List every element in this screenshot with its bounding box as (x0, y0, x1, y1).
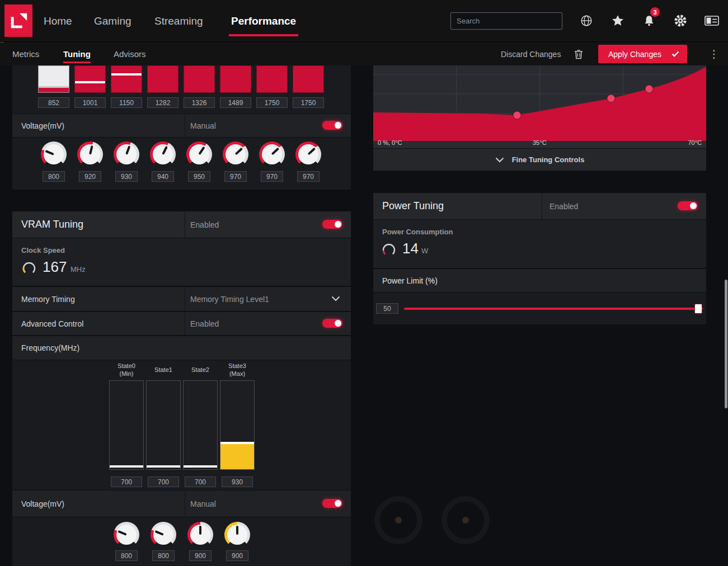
check-icon (671, 51, 679, 57)
gpu-voltage-label: Voltage(mV) (21, 114, 64, 137)
favorites-icon[interactable] (610, 13, 626, 29)
vram-voltage-value-1[interactable]: 800 (152, 550, 175, 561)
fine-tuning-controls-toggle[interactable]: Fine Tuning Controls (373, 149, 706, 171)
clock-speed-label: Clock Speed (21, 246, 65, 254)
gpu-voltage-value-6[interactable]: 970 (261, 171, 283, 182)
vram-voltage-knob-3[interactable] (224, 522, 250, 548)
more-options-icon[interactable]: ⋮ (707, 43, 721, 65)
gpu-voltage-value-3[interactable]: 940 (152, 171, 174, 182)
gpu-voltage-value-4[interactable]: 950 (188, 171, 210, 182)
apply-changes-label: Apply Changes (608, 50, 661, 59)
power-limit-label: Power Limit (%) (382, 269, 438, 292)
gpu-freq-slider-state6[interactable] (256, 65, 288, 93)
gpu-voltage-knob-6[interactable] (259, 142, 285, 167)
gpu-freq-slider-state1[interactable] (74, 65, 106, 93)
vram-voltage-knob-2[interactable] (187, 522, 213, 548)
amd-logo[interactable] (4, 4, 32, 37)
vram-freq-value-2[interactable]: 700 (185, 477, 216, 487)
vram-freq-value-1[interactable]: 700 (148, 477, 179, 487)
gpu-freq-slider-state3[interactable] (147, 65, 179, 93)
gpu-freq-value-6[interactable]: 1750 (256, 97, 288, 108)
gpu-voltage-knob-3[interactable] (150, 142, 176, 167)
search-input[interactable] (451, 17, 561, 25)
power-limit-slider-track[interactable] (404, 308, 703, 310)
vram-freq-value-0[interactable]: 700 (111, 477, 142, 487)
gpu-freq-value-7[interactable]: 1750 (293, 97, 324, 108)
vram-voltage-row: Voltage(mV) Manual (12, 490, 351, 517)
tab-streaming[interactable]: Streaming (154, 0, 203, 42)
gpu-voltage-manual-toggle[interactable] (322, 121, 342, 130)
gpu-freq-value-4[interactable]: 1326 (184, 97, 215, 108)
gpu-voltage-knob-1[interactable] (77, 142, 103, 167)
gpu-voltage-value-0[interactable]: 800 (43, 171, 65, 182)
notification-badge: 3 (650, 7, 660, 17)
settings-icon[interactable] (673, 13, 688, 29)
gpu-voltage-knob-2[interactable] (114, 142, 139, 167)
gpu-freq-slider-state7[interactable] (293, 65, 324, 93)
advanced-control-toggle[interactable] (322, 319, 342, 328)
gpu-voltage-knob-7[interactable] (295, 142, 321, 167)
tab-home[interactable]: Home (44, 0, 72, 42)
state0-line2: (Min) (110, 370, 143, 378)
apply-changes-button[interactable]: Apply Changes (598, 45, 687, 63)
gpu-freq-slider-state0[interactable] (38, 65, 69, 93)
divider (185, 287, 185, 311)
power-limit-value[interactable]: 50 (376, 303, 398, 314)
subtab-advisors[interactable]: Advisors (114, 43, 146, 65)
vram-freq-value-3[interactable]: 930 (222, 477, 253, 487)
gpu-freq-value-1[interactable]: 1001 (74, 97, 106, 108)
state0-header: State0 (Min) (110, 362, 143, 378)
tab-gaming[interactable]: Gaming (94, 0, 131, 42)
vram-voltage-value-0[interactable]: 800 (115, 550, 138, 561)
subtab-tuning[interactable]: Tuning (63, 43, 91, 65)
gpu-voltage-knob-5[interactable] (223, 142, 248, 167)
web-browser-icon[interactable] (579, 13, 594, 29)
subtab-metrics[interactable]: Metrics (12, 43, 39, 65)
gpu-freq-slider-state5[interactable] (220, 65, 251, 93)
gpu-voltage-value-5[interactable]: 970 (224, 171, 247, 182)
gpu-voltage-value-7[interactable]: 970 (297, 171, 320, 182)
gpu-freq-value-0[interactable]: 852 (38, 97, 69, 108)
power-tuning-title: Power Tuning (382, 193, 444, 219)
vram-freq-slider-state2[interactable] (183, 380, 218, 470)
vram-enabled-toggle[interactable] (322, 220, 342, 229)
gpu-freq-value-5[interactable]: 1489 (220, 97, 251, 108)
fan-axis-max-label: 70°C (688, 139, 702, 146)
memory-timing-label: Memory Timing (21, 287, 75, 311)
vram-freq-slider-state0[interactable] (109, 380, 144, 470)
divider (185, 211, 185, 238)
fan-curve-point[interactable] (607, 95, 615, 102)
vram-voltage-manual-toggle[interactable] (322, 499, 342, 508)
vram-voltage-value-3[interactable]: 900 (226, 550, 248, 561)
gpu-freq-slider-state2[interactable] (111, 65, 142, 93)
gpu-freq-value-3[interactable]: 1282 (147, 97, 179, 108)
slider-handle (110, 465, 143, 468)
fan-curve-svg (373, 65, 706, 141)
gpu-freq-value-2[interactable]: 1150 (111, 97, 142, 108)
trash-icon[interactable] (571, 47, 586, 62)
vram-voltage-mode: Manual (190, 490, 216, 517)
tab-performance[interactable]: Performance (231, 0, 296, 42)
discard-changes-button[interactable]: Discard Changes (501, 43, 561, 65)
vram-freq-slider-state3[interactable] (220, 380, 255, 470)
gpu-voltage-value-2[interactable]: 930 (115, 171, 138, 182)
fan-curve-point[interactable] (513, 111, 521, 119)
power-enabled-toggle[interactable] (678, 201, 698, 210)
scrollbar-thumb[interactable] (725, 280, 727, 408)
star-icon (611, 14, 624, 27)
vram-voltage-knob-1[interactable] (151, 522, 176, 548)
fan-curve-point[interactable] (645, 85, 653, 93)
power-limit-slider-handle[interactable] (695, 304, 702, 313)
gpu-voltage-knob-0[interactable] (41, 142, 67, 167)
vram-voltage-label: Voltage(mV) (21, 490, 64, 517)
gpu-voltage-knob-4[interactable] (186, 142, 212, 167)
gpu-voltage-value-1[interactable]: 920 (79, 171, 101, 182)
memory-timing-row[interactable]: Memory Timing Memory Timing Level1 (12, 287, 351, 311)
slider-handle (111, 73, 142, 76)
vram-voltage-knob-0[interactable] (114, 522, 139, 548)
chevron-down-icon[interactable] (331, 296, 340, 301)
vram-voltage-value-2[interactable]: 900 (189, 550, 212, 561)
overlay-panel-icon[interactable] (704, 13, 720, 29)
gpu-freq-slider-state4[interactable] (184, 65, 215, 93)
vram-freq-slider-state1[interactable] (146, 380, 181, 470)
